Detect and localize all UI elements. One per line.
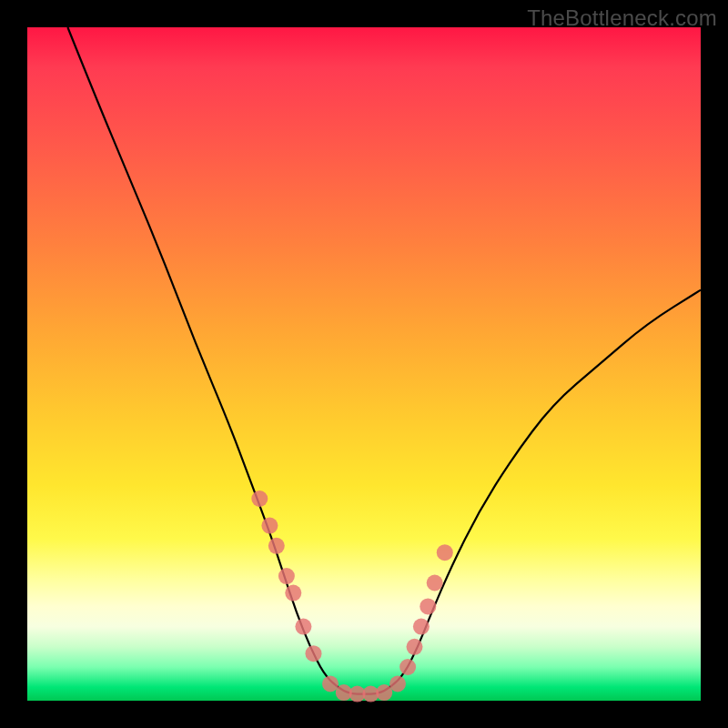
plot-area	[27, 27, 701, 701]
highlight-point	[295, 619, 311, 635]
highlight-point	[420, 598, 436, 614]
highlight-point	[407, 639, 423, 655]
curve-svg	[27, 27, 701, 701]
highlight-point	[322, 676, 339, 693]
highlight-point	[413, 619, 430, 635]
highlight-point	[389, 676, 406, 693]
highlight-point	[399, 659, 416, 675]
highlight-point	[427, 575, 443, 592]
watermark-text: TheBottleneck.com	[527, 5, 717, 31]
highlight-point	[261, 518, 278, 534]
highlight-point	[437, 544, 453, 561]
bottleneck-curve	[67, 27, 701, 694]
highlight-point	[268, 538, 285, 554]
highlight-point	[306, 645, 322, 662]
chart-frame: TheBottleneck.com	[0, 0, 728, 728]
highlight-point	[251, 490, 268, 507]
highlight-point	[376, 684, 392, 701]
highlight-point	[285, 585, 301, 602]
highlight-points-group	[251, 490, 453, 703]
highlight-point	[278, 568, 295, 584]
